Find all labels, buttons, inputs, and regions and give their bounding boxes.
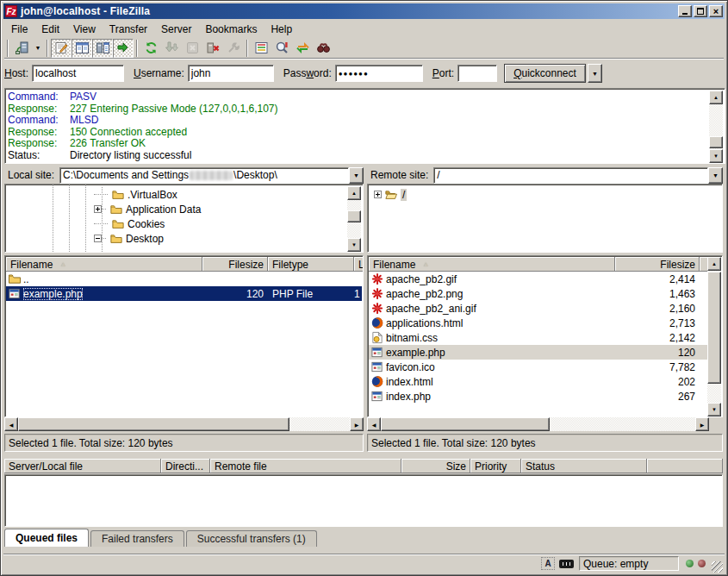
scrollbar-thumb[interactable] — [707, 272, 721, 384]
scroll-left-button[interactable]: ◀ — [4, 417, 18, 431]
log-scrollbar[interactable]: ▲ ▼ — [709, 91, 723, 163]
file-row-apache-pb2-gif[interactable]: apache_pb2.gif 2,414 — [369, 272, 707, 286]
tab-queued-files[interactable]: Queued files — [4, 529, 89, 547]
local-tree-scrollbar[interactable]: ▲ ▼ — [347, 186, 361, 252]
scroll-down-button[interactable]: ▼ — [709, 149, 723, 163]
comparison-icon — [275, 41, 289, 55]
scrollbar-thumb[interactable] — [381, 417, 550, 431]
port-input[interactable] — [457, 65, 497, 82]
tree-item-virtualbox[interactable]: .VirtualBox — [94, 187, 177, 202]
toggle-message-log-button[interactable] — [51, 39, 72, 58]
menu-help[interactable]: Help — [264, 22, 299, 37]
resize-grip[interactable] — [712, 561, 723, 573]
toggle-remote-tree-button[interactable] — [92, 39, 113, 58]
scroll-up-button[interactable]: ▲ — [707, 257, 721, 271]
username-input[interactable] — [188, 65, 274, 82]
remote-list-hscrollbar[interactable]: ◀ ▶ — [367, 417, 709, 431]
scroll-down-button[interactable]: ▼ — [347, 238, 361, 252]
directory-listing-filters-button[interactable] — [251, 39, 271, 58]
file-row-index-html[interactable]: index.html 202 — [369, 374, 707, 389]
remote-list-scrollbar[interactable]: ▲ ▼ — [707, 257, 721, 416]
expand-icon[interactable] — [374, 191, 382, 198]
tree-item-desktop[interactable]: Desktop — [94, 231, 164, 246]
column-header-direction[interactable]: Directi... — [161, 459, 210, 473]
column-header-filesize[interactable]: Filesize — [615, 257, 700, 272]
scrollbar-thumb[interactable] — [709, 136, 723, 148]
site-manager-dropdown-button[interactable]: ▼ — [32, 39, 44, 58]
file-row-apache-pb2-png[interactable]: apache_pb2.png 1,463 — [369, 286, 707, 301]
quickconnect-dropdown-button[interactable]: ▼ — [588, 64, 602, 83]
local-list-hscrollbar[interactable]: ◀ ▶ — [4, 417, 364, 431]
scroll-right-button[interactable]: ▶ — [350, 417, 364, 431]
remote-path-dropdown-button[interactable]: ▼ — [708, 167, 723, 184]
refresh-icon — [144, 41, 159, 55]
menu-edit[interactable]: Edit — [34, 22, 66, 37]
toggle-local-tree-button[interactable] — [72, 39, 92, 58]
file-row-index-php[interactable]: index.php 267 — [369, 389, 707, 404]
menu-transfer[interactable]: Transfer — [103, 22, 154, 37]
local-path-dropdown-button[interactable]: ▼ — [349, 167, 364, 184]
menu-file[interactable]: File — [4, 22, 34, 37]
scroll-up-button[interactable]: ▲ — [347, 186, 361, 200]
column-header-status[interactable]: Status — [521, 459, 647, 473]
tree-item-root[interactable]: / — [374, 187, 407, 202]
cancel-operation-button[interactable] — [182, 39, 202, 58]
column-header-filename[interactable]: Filename▲ — [6, 257, 202, 272]
site-manager-button[interactable] — [11, 39, 32, 58]
host-input[interactable] — [32, 65, 124, 82]
firefox-html-icon — [370, 375, 384, 388]
toggle-transfer-queue-button[interactable] — [113, 39, 134, 58]
file-row-apache-pb2-ani-gif[interactable]: apache_pb2_ani.gif 2,160 — [369, 301, 707, 316]
menu-view[interactable]: View — [66, 22, 103, 37]
file-row-example-php[interactable]: example.php 120 PHP File 1 — [6, 286, 362, 301]
column-header-remote-file[interactable]: Remote file — [210, 459, 401, 473]
directory-comparison-button[interactable] — [271, 39, 292, 58]
ascii-datatype-icon: A — [541, 557, 555, 570]
tree-item-application-data[interactable]: Application Data — [94, 202, 201, 216]
collapse-icon[interactable] — [94, 235, 102, 242]
local-path-combo[interactable]: C:\Documents and Settings\Desktop\ — [59, 167, 349, 184]
activity-led-green — [686, 560, 694, 567]
disconnect-button[interactable] — [202, 39, 223, 58]
expand-icon[interactable] — [94, 205, 102, 213]
find-files-button[interactable] — [313, 39, 333, 58]
column-header-size[interactable]: Size — [401, 459, 470, 473]
password-input[interactable] — [335, 65, 423, 82]
column-header-filetype[interactable]: Filetype — [268, 257, 354, 272]
file-row-updir[interactable]: .. — [6, 272, 362, 286]
reconnect-button[interactable] — [223, 39, 244, 58]
close-button[interactable]: × — [709, 5, 723, 17]
menu-bookmarks[interactable]: Bookmarks — [198, 22, 264, 37]
file-row-applications-html[interactable]: applications.html 2,713 — [369, 316, 707, 330]
left-arrow-icon: ◀ — [9, 422, 14, 428]
folder-icon — [109, 203, 123, 216]
column-header-filename[interactable]: Filename▲ — [369, 257, 615, 272]
scrollbar-thumb[interactable] — [18, 417, 289, 431]
minimize-button[interactable] — [678, 5, 692, 17]
scroll-up-button[interactable]: ▲ — [709, 91, 723, 104]
tree-item-cookies[interactable]: Cookies — [94, 216, 165, 231]
file-row-bitnami-css[interactable]: bitnami.css 2,142 — [369, 330, 707, 345]
column-header-server-local-file[interactable]: Server/Local file — [4, 459, 161, 473]
quickconnect-button[interactable]: Quickconnect — [504, 64, 586, 83]
process-queue-button[interactable] — [161, 39, 182, 58]
tab-successful-transfers[interactable]: Successful transfers (1) — [186, 530, 317, 547]
scroll-right-button[interactable]: ▶ — [695, 417, 709, 431]
column-header-last-modified[interactable]: L — [354, 257, 364, 272]
tab-failed-transfers[interactable]: Failed transfers — [90, 530, 184, 547]
maximize-button[interactable] — [694, 5, 707, 17]
file-row-example-php[interactable]: example.php 120 — [369, 345, 707, 360]
file-row-favicon-ico[interactable]: favicon.ico 7,782 — [369, 360, 707, 374]
remote-list-header: Filename▲ Filesize — [369, 257, 707, 272]
remote-path-combo[interactable]: / — [433, 167, 708, 184]
scroll-left-button[interactable]: ◀ — [367, 417, 381, 431]
synchronized-browsing-button[interactable] — [292, 39, 313, 58]
column-header-filesize[interactable]: Filesize — [202, 257, 268, 272]
scrollbar-thumb[interactable] — [347, 210, 361, 222]
menu-server[interactable]: Server — [154, 22, 198, 37]
tree-guide — [69, 185, 70, 252]
scroll-down-button[interactable]: ▼ — [707, 403, 721, 416]
title-bar[interactable]: Fz john@localhost - FileZilla × — [3, 3, 725, 19]
refresh-button[interactable] — [140, 39, 161, 58]
column-header-priority[interactable]: Priority — [470, 459, 521, 473]
